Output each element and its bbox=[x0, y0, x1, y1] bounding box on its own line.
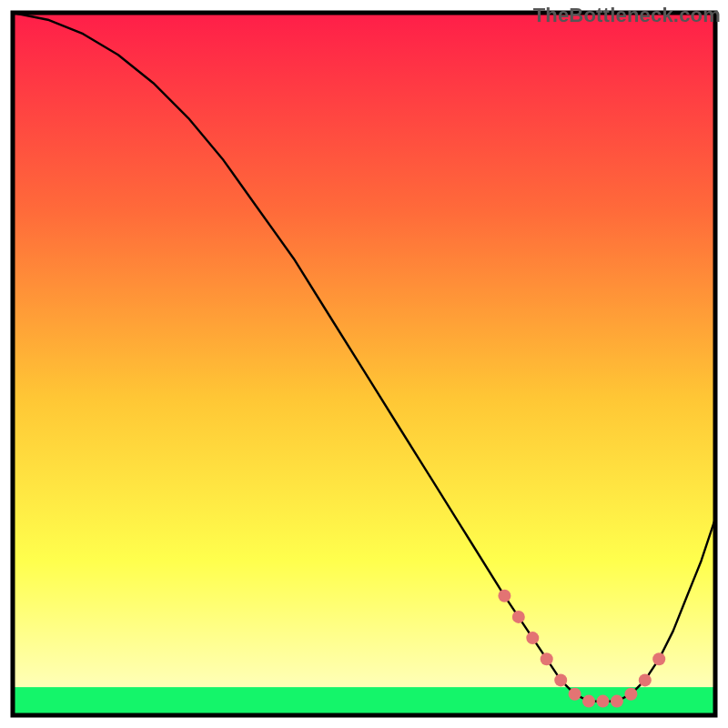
recommended-dot bbox=[512, 611, 525, 623]
plot-area bbox=[13, 13, 715, 715]
bottleneck-chart: TheBottleneck.com bbox=[0, 0, 728, 728]
recommended-dot bbox=[498, 590, 511, 602]
gradient-background bbox=[13, 13, 715, 715]
recommended-dot bbox=[624, 688, 637, 701]
recommended-dot bbox=[597, 695, 610, 708]
recommended-dot bbox=[639, 673, 652, 686]
recommended-dot bbox=[569, 688, 581, 701]
watermark-text: TheBottleneck.com bbox=[533, 4, 721, 27]
recommended-dot bbox=[541, 652, 553, 665]
recommended-dot bbox=[611, 695, 623, 708]
recommended-dot bbox=[554, 673, 567, 686]
recommended-dot bbox=[526, 632, 539, 644]
chart-canvas bbox=[0, 0, 728, 728]
recommended-dot bbox=[582, 695, 595, 708]
recommended-dot bbox=[652, 652, 665, 665]
